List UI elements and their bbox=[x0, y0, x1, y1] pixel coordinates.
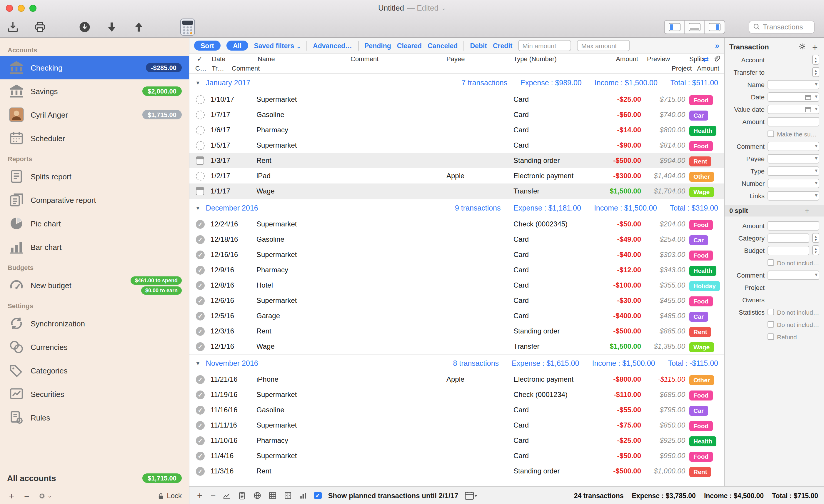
all-accounts-row[interactable]: All accounts $1,715.00 bbox=[0, 470, 189, 488]
transaction-row[interactable]: ✓11/4/16SupermarketCard-$50.00$950.00Foo… bbox=[189, 448, 724, 464]
transaction-row[interactable]: 1/10/17SupermarketCard-$25.00$715.00Food bbox=[189, 92, 724, 107]
disclosure-triangle-icon[interactable]: ▼ bbox=[195, 205, 201, 211]
status-cleared-icon[interactable]: ✓ bbox=[196, 451, 205, 461]
planned-date-picker[interactable] bbox=[465, 491, 478, 500]
sidebar-item-securities[interactable]: Securities bbox=[0, 382, 189, 406]
status-cleared-icon[interactable]: ✓ bbox=[196, 327, 205, 336]
toggle-bottombar-button[interactable] bbox=[685, 20, 705, 33]
lock-button[interactable]: Lock bbox=[157, 492, 182, 500]
column-header-amount[interactable]: Amount bbox=[616, 55, 638, 62]
status-cleared-icon[interactable]: ✓ bbox=[196, 467, 205, 476]
payee-field[interactable]: ▾ bbox=[767, 154, 819, 163]
filter-canceled-button[interactable]: Canceled bbox=[428, 42, 457, 49]
name-field[interactable]: ▾ bbox=[767, 80, 819, 89]
transaction-row[interactable]: 1/2/17iPadAppleElectronic payment-$300.0… bbox=[189, 168, 724, 184]
do-not-include-in-checkbox[interactable] bbox=[767, 259, 774, 266]
stepper-control[interactable]: ▴▾ bbox=[812, 55, 819, 65]
status-planned-icon[interactable] bbox=[196, 157, 204, 165]
show-planned-checkbox[interactable]: ✓ bbox=[314, 492, 322, 499]
filter-credit-button[interactable]: Credit bbox=[493, 42, 512, 49]
column-subheader-comment[interactable]: Comment bbox=[232, 65, 260, 72]
transaction-row[interactable]: ✓12/16/16SupermarketCard-$40.00$303.00Fo… bbox=[189, 247, 724, 262]
clipboard-icon[interactable] bbox=[238, 491, 246, 500]
add-split-button[interactable]: ＋ bbox=[803, 206, 811, 215]
month-header-january-2017[interactable]: ▼January 20177 transactionsExpense : $98… bbox=[189, 74, 724, 92]
sidebar-item-pie-chart[interactable]: Pie chart bbox=[0, 212, 189, 235]
status-cleared-icon[interactable]: ✓ bbox=[196, 391, 205, 399]
title-chevron-icon[interactable]: ⌄ bbox=[441, 5, 446, 11]
column-header-comment[interactable]: Comment bbox=[350, 55, 379, 62]
transaction-row[interactable]: ✓11/10/16PharmacyCard-$25.00$925.00Healt… bbox=[189, 433, 724, 448]
transfer-column-icon[interactable]: ⇄ bbox=[703, 55, 709, 64]
column-subheader-amount[interactable]: Amount bbox=[697, 65, 719, 72]
date-field[interactable]: ▾ bbox=[767, 92, 819, 101]
globe-icon[interactable] bbox=[253, 491, 262, 500]
stepper-control[interactable]: ▴▾ bbox=[812, 67, 819, 77]
column-header-payee[interactable]: Payee bbox=[446, 55, 465, 62]
status-cleared-icon[interactable]: ✓ bbox=[196, 220, 205, 229]
fullscreen-button[interactable] bbox=[29, 5, 36, 12]
status-cleared-icon[interactable]: ✓ bbox=[196, 266, 205, 275]
transaction-row[interactable]: ✓11/19/16SupermarketCheck (0001234)-$110… bbox=[189, 387, 724, 402]
table-view-icon[interactable] bbox=[268, 491, 277, 500]
sidebar-actions-button[interactable]: ⌄ bbox=[38, 491, 52, 500]
max-amount-input[interactable]: Max amount bbox=[577, 40, 630, 51]
filter-pending-button[interactable]: Pending bbox=[365, 42, 391, 49]
min-amount-input[interactable]: Min amount bbox=[518, 40, 571, 51]
filter-cleared-button[interactable]: Cleared bbox=[397, 42, 422, 49]
remove-transaction-button[interactable]: − bbox=[211, 491, 216, 500]
ledger-view-icon[interactable] bbox=[284, 491, 292, 500]
status-planned-icon[interactable] bbox=[196, 187, 204, 195]
remove-account-button[interactable]: − bbox=[24, 491, 29, 501]
refund-checkbox[interactable] bbox=[767, 333, 774, 340]
column-subheader-tr[interactable]: Tr… bbox=[212, 65, 224, 72]
search-field[interactable]: Transactions bbox=[749, 20, 815, 33]
month-header-december-2016[interactable]: ▼December 20169 transactionsExpense : $1… bbox=[189, 199, 724, 216]
sidebar-item-cyril-anger[interactable]: Cyril Anger$1,715.00 bbox=[0, 103, 189, 126]
transaction-row[interactable]: ✓12/18/16GasolineCard-$49.00$254.00Car bbox=[189, 232, 724, 247]
sidebar-item-savings[interactable]: Savings$2,000.00 bbox=[0, 79, 189, 103]
transaction-row[interactable]: ✓12/24/16SupermarketCheck (0002345)-$50.… bbox=[189, 216, 724, 232]
transaction-row[interactable]: 1/7/17GasolineCard-$60.00$740.00Car bbox=[189, 107, 724, 122]
column-header-preview[interactable]: Preview bbox=[647, 55, 670, 62]
move-down-button[interactable] bbox=[105, 20, 119, 34]
toggle-sidebar-button[interactable] bbox=[664, 20, 685, 33]
remove-split-button[interactable]: − bbox=[815, 206, 819, 215]
transaction-row[interactable]: 1/6/17PharmacyCard-$14.00$800.00Health bbox=[189, 122, 724, 137]
status-cleared-icon[interactable]: ✓ bbox=[196, 281, 205, 290]
value-date-field[interactable]: ▾ bbox=[767, 104, 819, 114]
print-button[interactable] bbox=[33, 20, 47, 34]
transaction-row[interactable]: 1/5/17SupermarketCard-$90.00$814.00Food bbox=[189, 137, 724, 153]
inspector-add-button[interactable]: ＋ bbox=[811, 41, 819, 53]
attachment-column-icon[interactable] bbox=[713, 55, 720, 64]
sidebar-item-rules[interactable]: Rules bbox=[0, 406, 189, 429]
category-field[interactable] bbox=[767, 233, 809, 242]
do-not-include-in-checkbox[interactable] bbox=[767, 309, 774, 315]
transaction-row[interactable]: ✓12/8/16HotelCard-$100.00$355.00Holiday bbox=[189, 278, 724, 293]
move-up-button[interactable] bbox=[132, 20, 146, 34]
filter-debit-button[interactable]: Debit bbox=[470, 42, 487, 49]
status-pending-icon[interactable] bbox=[196, 126, 205, 135]
add-account-button[interactable]: ＋ bbox=[7, 490, 16, 501]
filter-advanced-button[interactable]: Advanced… bbox=[313, 42, 352, 49]
status-cleared-icon[interactable]: ✓ bbox=[196, 421, 205, 430]
toggle-inspector-button[interactable] bbox=[705, 20, 725, 33]
status-cleared-icon[interactable]: ✓ bbox=[196, 406, 205, 415]
column-header-date[interactable]: Date bbox=[212, 55, 225, 62]
links-field[interactable]: ▾ bbox=[767, 191, 819, 200]
transaction-row[interactable]: ✓11/21/16iPhoneAppleElectronic payment-$… bbox=[189, 372, 724, 387]
stepper-control[interactable]: ▴▾ bbox=[812, 233, 819, 243]
transaction-row[interactable]: ✓12/5/16GarageCard-$400.00$485.00Car bbox=[189, 308, 724, 323]
stats-view-icon[interactable] bbox=[299, 491, 308, 500]
export-button[interactable] bbox=[6, 20, 20, 34]
sidebar-item-currencies[interactable]: Currencies bbox=[0, 335, 189, 359]
sidebar-item-categories[interactable]: Categories bbox=[0, 359, 189, 382]
sidebar-item-scheduler[interactable]: Scheduler bbox=[0, 126, 189, 150]
saved-filters-dropdown[interactable]: Saved filters ⌄ bbox=[254, 42, 301, 49]
status-cleared-icon[interactable]: ✓ bbox=[196, 342, 205, 351]
transaction-row[interactable]: ✓11/11/16SupermarketCard-$75.00$850.00Fo… bbox=[189, 418, 724, 433]
status-pending-icon[interactable] bbox=[196, 111, 205, 119]
sidebar-item-synchronization[interactable]: Synchronization bbox=[0, 312, 189, 335]
filter-all-button[interactable]: All bbox=[226, 40, 248, 51]
transaction-row[interactable]: 1/3/17RentStanding order-$500.00$904.00R… bbox=[189, 153, 724, 168]
